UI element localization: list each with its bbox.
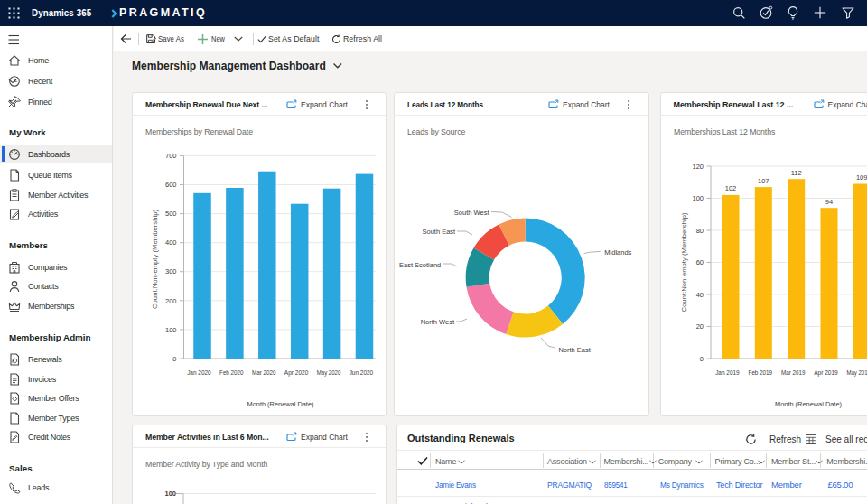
svg-text:200: 200 xyxy=(165,297,177,305)
svg-text:700: 700 xyxy=(165,152,177,160)
svg-text:300: 300 xyxy=(165,267,177,275)
svg-text:Jan 2020: Jan 2020 xyxy=(187,369,211,377)
svg-text:100: 100 xyxy=(165,326,177,334)
svg-text:Mar 2019: Mar 2019 xyxy=(780,369,805,377)
svg-text:0: 0 xyxy=(699,355,703,363)
svg-text:0: 0 xyxy=(172,355,176,363)
svg-text:Count:Non-empty (Membership): Count:Non-empty (Membership) xyxy=(680,212,688,313)
svg-text:107: 107 xyxy=(758,177,769,185)
svg-text:120: 120 xyxy=(692,163,704,171)
svg-text:Count:Non-empty (Membership): Count:Non-empty (Membership) xyxy=(151,209,159,309)
svg-text:Month (Renewal Date): Month (Renewal Date) xyxy=(247,400,314,408)
svg-text:109: 109 xyxy=(855,173,867,182)
svg-text:Month (Renewal Date): Month (Renewal Date) xyxy=(775,400,842,408)
svg-text:Midlands: Midlands xyxy=(604,248,631,257)
svg-text:North East: North East xyxy=(558,346,591,354)
svg-text:Mar 2020: Mar 2020 xyxy=(252,369,276,377)
svg-text:40: 40 xyxy=(695,291,703,299)
svg-text:East Scotland: East Scotland xyxy=(399,261,441,269)
svg-text:500: 500 xyxy=(165,210,177,218)
svg-text:20: 20 xyxy=(695,322,703,331)
svg-text:100: 100 xyxy=(692,194,704,202)
svg-text:May 2020: May 2020 xyxy=(317,369,341,377)
svg-text:North West: North West xyxy=(421,318,455,326)
svg-text:112: 112 xyxy=(790,169,801,177)
svg-text:400: 400 xyxy=(165,238,177,247)
svg-text:102: 102 xyxy=(724,184,736,192)
svg-text:94: 94 xyxy=(825,198,832,206)
svg-text:Apr 2019: Apr 2019 xyxy=(814,369,838,377)
svg-text:Feb 2019: Feb 2019 xyxy=(748,369,772,377)
svg-text:100: 100 xyxy=(164,490,176,498)
svg-text:60: 60 xyxy=(695,258,703,266)
svg-text:Apr 2020: Apr 2020 xyxy=(284,369,309,377)
svg-text:600: 600 xyxy=(165,181,177,189)
svg-text:Jan 2019: Jan 2019 xyxy=(715,369,740,377)
svg-text:South West: South West xyxy=(454,209,490,217)
svg-text:Jun 2020: Jun 2020 xyxy=(350,369,374,377)
svg-text:South East: South East xyxy=(422,228,456,236)
svg-text:Feb 2020: Feb 2020 xyxy=(219,369,243,377)
svg-text:80: 80 xyxy=(695,227,703,235)
svg-text:May 2019: May 2019 xyxy=(846,369,867,377)
